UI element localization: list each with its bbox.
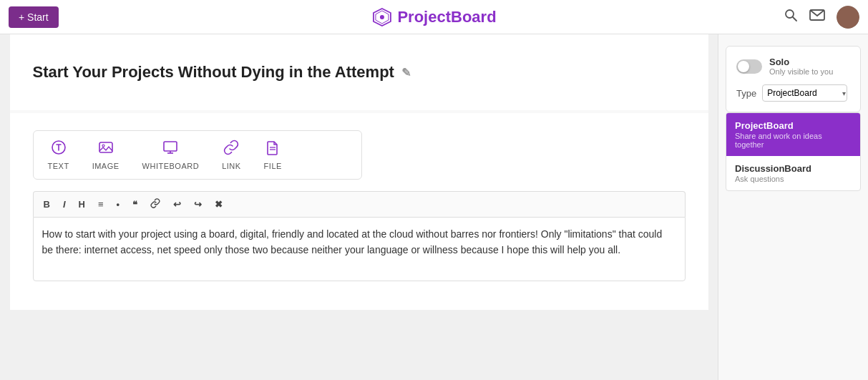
image-icon bbox=[98, 140, 114, 159]
svg-line-4 bbox=[793, 17, 796, 21]
opt-discussionboard-sub: Ask questions bbox=[735, 175, 852, 183]
header-right bbox=[784, 6, 859, 29]
solo-subtitle: Only visible to you bbox=[769, 67, 833, 76]
type-label: Type bbox=[736, 88, 756, 99]
whiteboard-icon bbox=[162, 140, 178, 159]
opt-projectboard-title: ProjectBoard bbox=[735, 120, 852, 131]
svg-point-3 bbox=[786, 10, 794, 18]
svg-point-8 bbox=[102, 145, 104, 147]
search-icon[interactable] bbox=[784, 8, 798, 26]
start-button[interactable]: + Start bbox=[9, 6, 59, 28]
logo-icon bbox=[371, 7, 391, 27]
header: + Start ProjectBoard bbox=[0, 0, 868, 34]
toolbar-item-text[interactable]: TEXT bbox=[48, 140, 69, 170]
toolbar-link-label: LINK bbox=[222, 162, 240, 170]
heading-button[interactable]: H bbox=[74, 197, 89, 212]
ordered-list-button[interactable]: ≡ bbox=[94, 197, 108, 212]
italic-button[interactable]: I bbox=[59, 197, 70, 212]
format-toolbar: B I H ≡ • ❝ ↩ ↪ ✖ bbox=[33, 191, 686, 217]
main-container: Start Your Projects Without Dying in the… bbox=[0, 34, 868, 380]
file-icon bbox=[265, 140, 281, 159]
bold-button[interactable]: B bbox=[39, 197, 54, 212]
solo-title: Solo bbox=[769, 57, 833, 67]
toggle-knob bbox=[738, 61, 749, 72]
unordered-list-button[interactable]: • bbox=[112, 197, 125, 212]
editor-section: TEXT IMAGE WHITEBOARD bbox=[10, 113, 708, 310]
clear-button[interactable]: ✖ bbox=[210, 197, 227, 212]
toolbar-whiteboard-label: WHITEBOARD bbox=[142, 162, 200, 170]
right-sidebar: Solo Only visible to you Type ProjectBoa… bbox=[718, 34, 868, 380]
toolbar-item-file[interactable]: FILE bbox=[264, 140, 282, 170]
type-row: Type ProjectBoard DiscussionBoard bbox=[736, 84, 850, 102]
toolbar-item-link[interactable]: LINK bbox=[222, 140, 240, 170]
header-left: + Start bbox=[9, 6, 59, 28]
toolbar-text-label: TEXT bbox=[48, 162, 69, 170]
opt-discussionboard-title: DiscussionBoard bbox=[735, 163, 852, 174]
undo-button[interactable]: ↩ bbox=[169, 197, 185, 212]
mail-icon[interactable] bbox=[809, 9, 825, 24]
avatar[interactable] bbox=[837, 6, 859, 29]
toolbar-image-label: IMAGE bbox=[92, 162, 120, 170]
svg-point-2 bbox=[379, 15, 384, 19]
dropdown-option-projectboard[interactable]: ProjectBoard Share and work on ideas tog… bbox=[726, 113, 860, 156]
toolbar-item-image[interactable]: IMAGE bbox=[92, 140, 120, 170]
solo-toggle[interactable] bbox=[736, 59, 762, 74]
solo-header: Solo Only visible to you bbox=[736, 57, 850, 76]
text-editor[interactable]: How to start with your project using a b… bbox=[33, 217, 686, 281]
blockquote-button[interactable]: ❝ bbox=[128, 197, 142, 212]
solo-card: Solo Only visible to you Type ProjectBoa… bbox=[726, 46, 861, 112]
type-select-wrapper: ProjectBoard DiscussionBoard bbox=[762, 84, 850, 102]
logo-text: ProjectBoard bbox=[397, 8, 496, 26]
text-icon bbox=[51, 140, 67, 159]
dropdown-option-discussionboard[interactable]: DiscussionBoard Ask questions bbox=[726, 156, 860, 190]
avatar-image bbox=[837, 6, 859, 29]
title-section: Start Your Projects Without Dying in the… bbox=[10, 34, 708, 110]
header-center: ProjectBoard bbox=[371, 7, 496, 27]
page-title-text: Start Your Projects Without Dying in the… bbox=[33, 63, 394, 82]
type-select[interactable]: ProjectBoard DiscussionBoard bbox=[762, 84, 847, 102]
toolbar-item-whiteboard[interactable]: WHITEBOARD bbox=[142, 140, 200, 170]
link-icon bbox=[223, 140, 239, 159]
edit-title-icon[interactable]: ✎ bbox=[401, 66, 411, 79]
type-dropdown: ProjectBoard Share and work on ideas tog… bbox=[726, 112, 861, 191]
content-toolbar: TEXT IMAGE WHITEBOARD bbox=[33, 130, 362, 180]
content-area: Start Your Projects Without Dying in the… bbox=[0, 34, 718, 380]
svg-rect-9 bbox=[164, 142, 177, 151]
hyperlink-button[interactable] bbox=[146, 196, 165, 213]
toolbar-file-label: FILE bbox=[264, 162, 282, 170]
solo-text-group: Solo Only visible to you bbox=[769, 57, 833, 76]
opt-projectboard-sub: Share and work on ideas together bbox=[735, 132, 852, 149]
redo-button[interactable]: ↪ bbox=[190, 197, 206, 212]
content-inner: Start Your Projects Without Dying in the… bbox=[10, 34, 708, 310]
page-title: Start Your Projects Without Dying in the… bbox=[33, 63, 686, 82]
